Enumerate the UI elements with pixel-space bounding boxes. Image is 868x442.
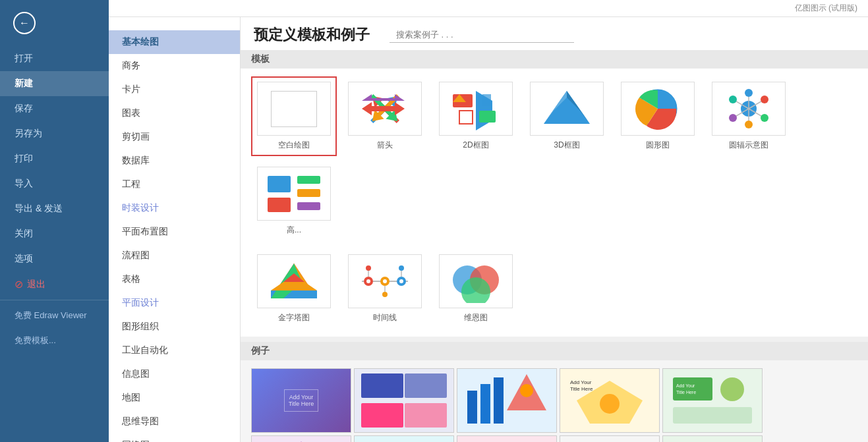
example-card-1[interactable]: Add YourTitle Here <box>251 368 351 433</box>
category-list: 基本绘图 商务 卡片 图表 剪切画 数据库 工程 时装设计 平面布置图 流程图 … <box>109 30 240 442</box>
category-item-mindmap[interactable]: 思维导图 <box>109 410 240 433</box>
sidebar-item-free-template[interactable]: 免费模板... <box>0 328 109 353</box>
template-arrow[interactable]: 箭头 <box>342 76 428 156</box>
templates-grid-row2: 金字塔图 <box>241 249 868 337</box>
category-item-engineering[interactable]: 工程 <box>109 173 240 196</box>
category-item-map[interactable]: 地图 <box>109 386 240 410</box>
example-card-7[interactable] <box>354 435 454 442</box>
example-card-4[interactable]: Add Your Title Here <box>560 368 660 433</box>
top-bar: 亿图图示 (试用版) <box>109 0 868 17</box>
svg-point-44 <box>366 279 370 283</box>
svg-marker-4 <box>362 102 405 115</box>
template-timeline-thumb <box>348 254 422 308</box>
sidebar-item-free-viewer[interactable]: 免费 Edraw Viewer <box>0 303 109 328</box>
template-arrow-label: 箭头 <box>377 140 393 151</box>
svg-marker-38 <box>271 282 317 290</box>
category-item-clip[interactable]: 剪切画 <box>109 125 240 149</box>
category-item-chart[interactable]: 图表 <box>109 101 240 125</box>
category-item-flatdesign[interactable]: 平面设计 <box>109 291 240 315</box>
example-card-10[interactable] <box>662 435 763 442</box>
example-card-6[interactable] <box>251 435 351 442</box>
template-venn-thumb <box>439 254 513 308</box>
template-circle-label: 圆形图 <box>646 140 670 151</box>
sidebar: ← 打开 新建 保存 另存为 打印 导入 导出 & 发送 关闭 选项 ⊘ 退出 … <box>0 0 109 442</box>
svg-rect-57 <box>467 391 477 424</box>
template-circle[interactable]: 圆形图 <box>615 76 701 156</box>
category-item-basic[interactable]: 基本绘图 <box>109 30 240 54</box>
back-icon: ← <box>13 12 36 34</box>
template-high[interactable]: 高... <box>251 161 337 241</box>
template-pyramid-label: 金字塔图 <box>278 312 310 323</box>
sidebar-item-options[interactable]: 选项 <box>0 246 109 271</box>
category-item-industrial[interactable]: 工业自动化 <box>109 339 240 362</box>
svg-marker-5 <box>362 94 405 101</box>
templates-section: 模板 空白绘图 <box>241 50 868 337</box>
template-radial-label: 圆辐示意图 <box>729 140 768 151</box>
template-radial-thumb <box>712 82 786 136</box>
sidebar-item-open[interactable]: 打开 <box>0 46 109 71</box>
template-timeline[interactable]: 时间线 <box>342 249 428 329</box>
sidebar-item-print[interactable]: 打印 <box>0 146 109 171</box>
category-item-flowchart[interactable]: 流程图 <box>109 244 240 267</box>
template-2d[interactable]: 2D框图 <box>433 76 519 156</box>
sidebar-menu: 打开 新建 保存 另存为 打印 导入 导出 & 发送 关闭 选项 ⊘ 退出 免费… <box>0 46 109 442</box>
back-button[interactable]: ← <box>0 0 109 46</box>
template-pyramid[interactable]: 金字塔图 <box>251 249 337 329</box>
svg-marker-8 <box>459 111 473 124</box>
category-item-info[interactable]: 信息图 <box>109 362 240 386</box>
search-input[interactable] <box>390 27 574 43</box>
main-header: 预定义模板和例子 <box>241 17 868 50</box>
svg-rect-31 <box>268 198 291 212</box>
svg-point-61 <box>520 384 533 397</box>
template-timeline-label: 时间线 <box>373 312 397 323</box>
sidebar-item-saveas[interactable]: 另存为 <box>0 121 109 146</box>
category-item-layout[interactable]: 平面布置图 <box>109 220 240 244</box>
sidebar-item-import[interactable]: 导入 <box>0 171 109 196</box>
template-venn[interactable]: 维恩图 <box>433 249 519 329</box>
sidebar-item-export[interactable]: 导出 & 发送 <box>0 196 109 221</box>
svg-point-51 <box>382 292 388 297</box>
category-item-graphic[interactable]: 图形组织 <box>109 315 240 339</box>
example-card-8[interactable] <box>457 435 557 442</box>
example-card-2[interactable] <box>354 368 454 433</box>
svg-point-24 <box>761 96 768 103</box>
svg-rect-72 <box>673 407 752 424</box>
svg-text:Add Your: Add Your <box>570 379 592 385</box>
category-item-card[interactable]: 卡片 <box>109 78 240 101</box>
category-item-table[interactable]: 表格 <box>109 267 240 291</box>
template-blank-thumb <box>257 82 331 136</box>
svg-rect-33 <box>297 202 320 210</box>
template-radial[interactable]: 圆辐示意图 <box>706 76 792 156</box>
svg-point-71 <box>720 377 744 401</box>
main-area: 亿图图示 (试用版) 基本绘图 商务 卡片 图表 剪切画 数据库 工程 时装设计… <box>109 0 868 442</box>
sidebar-item-exit[interactable]: ⊘ 退出 <box>0 271 109 297</box>
category-item-database[interactable]: 数据库 <box>109 149 240 173</box>
svg-point-45 <box>383 279 387 283</box>
svg-rect-9 <box>479 111 496 123</box>
template-circle-thumb <box>621 82 695 136</box>
template-3d[interactable]: 3D框图 <box>524 76 610 156</box>
svg-rect-58 <box>480 384 490 424</box>
svg-text:Title Here: Title Here <box>676 390 696 395</box>
category-item-network[interactable]: 网络图 <box>109 433 240 442</box>
template-blank-label: 空白绘图 <box>278 140 310 151</box>
sidebar-item-close[interactable]: 关闭 <box>0 221 109 246</box>
category-item-business[interactable]: 商务 <box>109 54 240 78</box>
category-item-fashion[interactable]: 时装设计 <box>109 196 240 220</box>
exit-icon: ⊘ <box>14 278 23 290</box>
sidebar-item-new[interactable]: 新建 <box>0 71 109 96</box>
svg-point-23 <box>745 89 753 97</box>
examples-section: 例子 Add YourTitle Here <box>241 342 868 442</box>
main-body: 模板 空白绘图 <box>241 50 868 442</box>
templates-grid: 空白绘图 <box>241 69 868 249</box>
svg-point-66 <box>600 394 620 414</box>
template-blank[interactable]: 空白绘图 <box>251 76 337 156</box>
example-card-9[interactable] <box>560 435 660 442</box>
sidebar-item-save[interactable]: 保存 <box>0 96 109 121</box>
example-card-3[interactable] <box>457 368 557 433</box>
svg-rect-29 <box>268 176 291 192</box>
templates-section-title: 模板 <box>241 50 868 69</box>
template-arrow-thumb <box>348 82 422 136</box>
template-high-label: 高... <box>287 225 301 236</box>
example-card-5[interactable]: Add Your Title Here <box>662 368 763 433</box>
